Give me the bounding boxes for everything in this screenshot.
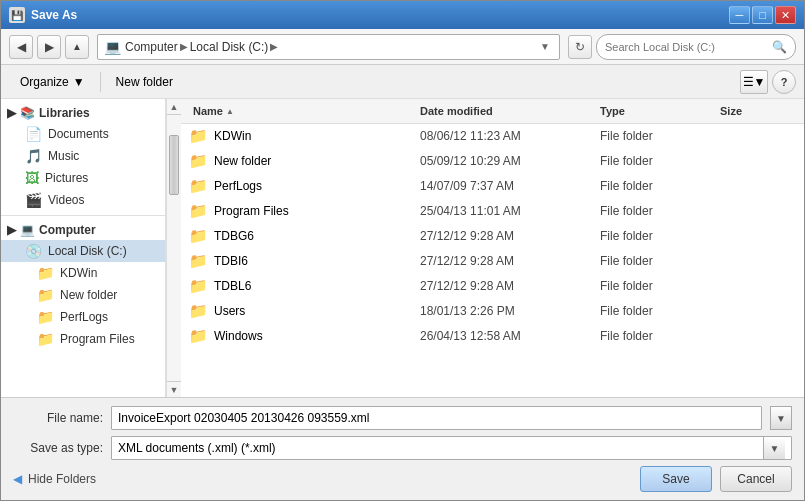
toolbar-separator (100, 72, 101, 92)
scrollbar-thumb[interactable] (169, 135, 179, 195)
computer-icon: 💻 (20, 223, 35, 237)
hide-folders-toggle[interactable]: ◀ Hide Folders (13, 472, 96, 486)
up-button[interactable]: ▲ (65, 35, 89, 59)
documents-icon: 📄 (25, 126, 42, 142)
file-type-cell: File folder (596, 129, 716, 143)
folder-icon: 📁 (189, 177, 208, 195)
cancel-button[interactable]: Cancel (720, 466, 792, 492)
file-type-cell: File folder (596, 254, 716, 268)
scrollbar-up-button[interactable]: ▲ (167, 99, 181, 115)
pictures-icon: 🖼 (25, 170, 39, 186)
col-name-sort-icon: ▲ (226, 107, 234, 116)
file-list-header: Name ▲ Date modified Type Size (181, 99, 804, 124)
file-name-dropdown-button[interactable]: ▼ (770, 406, 792, 430)
table-row[interactable]: 📁 KDWin 08/06/12 11:23 AM File folder (181, 124, 804, 149)
file-type-cell: File folder (596, 229, 716, 243)
new-folder-sidebar-label: New folder (60, 288, 117, 302)
new-folder-button[interactable]: New folder (105, 70, 184, 94)
table-row[interactable]: 📁 TDBG6 27/12/12 9:28 AM File folder (181, 224, 804, 249)
address-dropdown-button[interactable]: ▼ (537, 35, 553, 59)
title-icon: 💾 (9, 7, 25, 23)
sidebar-item-music[interactable]: 🎵 Music (1, 145, 165, 167)
file-type-cell: File folder (596, 304, 716, 318)
kdwin-label: KDWin (60, 266, 97, 280)
save-as-type-dropdown[interactable]: XML documents (.xml) (*.xml) ▼ (111, 436, 792, 460)
sidebar-item-new-folder[interactable]: 📁 New folder (1, 284, 165, 306)
file-date-cell: 14/07/09 7:37 AM (416, 179, 596, 193)
sidebar-item-videos[interactable]: 🎬 Videos (1, 189, 165, 211)
file-date-cell: 05/09/12 10:29 AM (416, 154, 596, 168)
save-button[interactable]: Save (640, 466, 712, 492)
file-name-text: New folder (214, 154, 271, 168)
table-row[interactable]: 📁 Users 18/01/13 2:26 PM File folder (181, 299, 804, 324)
file-list-body: 📁 KDWin 08/06/12 11:23 AM File folder 📁 … (181, 124, 804, 397)
col-name-label: Name (193, 105, 223, 117)
file-name-text: TDBG6 (214, 229, 254, 243)
toolbar-right: ☰▼ ? (740, 70, 796, 94)
folder-icon: 📁 (189, 277, 208, 295)
hide-folders-label: Hide Folders (28, 472, 96, 486)
col-date[interactable]: Date modified (416, 103, 596, 119)
minimize-button[interactable]: ─ (729, 6, 750, 24)
libraries-icon: 📚 (20, 106, 35, 120)
col-type[interactable]: Type (596, 103, 716, 119)
file-date-cell: 27/12/12 9:28 AM (416, 254, 596, 268)
bottom-panel: File name: ▼ Save as type: XML documents… (1, 397, 804, 500)
scrollbar-down-button[interactable]: ▼ (167, 381, 181, 397)
sidebar-item-kdwin[interactable]: 📁 KDWin (1, 262, 165, 284)
title-bar: 💾 Save As ─ □ ✕ (1, 1, 804, 29)
expand-computer-icon: ▶ (7, 223, 16, 237)
sidebar-group-libraries: ▶ 📚 Libraries 📄 Documents 🎵 Music 🖼 Pict… (1, 103, 165, 211)
table-row[interactable]: 📁 TDBL6 27/12/12 9:28 AM File folder (181, 274, 804, 299)
sidebar-header-libraries[interactable]: ▶ 📚 Libraries (1, 103, 165, 123)
sidebar-item-perflogs[interactable]: 📁 PerfLogs (1, 306, 165, 328)
forward-button[interactable]: ▶ (37, 35, 61, 59)
sidebar-item-documents[interactable]: 📄 Documents (1, 123, 165, 145)
address-computer-icon: 💻 (104, 39, 121, 55)
col-name[interactable]: Name ▲ (189, 103, 416, 119)
actions-row: ◀ Hide Folders Save Cancel (13, 466, 792, 492)
organize-arrow: ▼ (73, 75, 85, 89)
search-input[interactable] (605, 41, 768, 53)
organize-button[interactable]: Organize ▼ (9, 70, 96, 94)
file-type-cell: File folder (596, 154, 716, 168)
back-button[interactable]: ◀ (9, 35, 33, 59)
music-label: Music (48, 149, 79, 163)
address-bar[interactable]: 💻 Computer ▶ Local Disk (C:) ▶ ▼ (97, 34, 560, 60)
toolbar: Organize ▼ New folder ☰▼ ? (1, 65, 804, 99)
file-date-cell: 25/04/13 11:01 AM (416, 204, 596, 218)
sidebar-item-local-disk[interactable]: 💿 Local Disk (C:) (1, 240, 165, 262)
window-controls: ─ □ ✕ (729, 6, 796, 24)
search-box[interactable]: 🔍 (596, 34, 796, 60)
table-row[interactable]: 📁 TDBI6 27/12/12 9:28 AM File folder (181, 249, 804, 274)
file-date-cell: 08/06/12 11:23 AM (416, 129, 596, 143)
refresh-button[interactable]: ↻ (568, 35, 592, 59)
table-row[interactable]: 📁 New folder 05/09/12 10:29 AM File fold… (181, 149, 804, 174)
sidebar-item-program-files[interactable]: 📁 Program Files (1, 328, 165, 350)
scrollbar-track (167, 115, 181, 381)
pictures-label: Pictures (45, 171, 88, 185)
file-name-text: PerfLogs (214, 179, 262, 193)
table-row[interactable]: 📁 Windows 26/04/13 12:58 AM File folder (181, 324, 804, 349)
table-row[interactable]: 📁 Program Files 25/04/13 11:01 AM File f… (181, 199, 804, 224)
file-name-input[interactable] (111, 406, 762, 430)
sidebar-scrollbar[interactable]: ▲ ▼ (166, 99, 181, 397)
help-button[interactable]: ? (772, 70, 796, 94)
file-name-text: TDBL6 (214, 279, 251, 293)
file-name-text: KDWin (214, 129, 251, 143)
col-type-label: Type (600, 105, 625, 117)
save-as-type-value: XML documents (.xml) (*.xml) (118, 441, 276, 455)
col-size[interactable]: Size (716, 103, 796, 119)
close-button[interactable]: ✕ (775, 6, 796, 24)
table-row[interactable]: 📁 PerfLogs 14/07/09 7:37 AM File folder (181, 174, 804, 199)
maximize-button[interactable]: □ (752, 6, 773, 24)
view-button[interactable]: ☰▼ (740, 70, 768, 94)
sidebar-header-computer[interactable]: ▶ 💻 Computer (1, 220, 165, 240)
sidebar-item-pictures[interactable]: 🖼 Pictures (1, 167, 165, 189)
nav-bar: ◀ ▶ ▲ 💻 Computer ▶ Local Disk (C:) ▶ ▼ ↻… (1, 29, 804, 65)
folder-icon: 📁 (189, 327, 208, 345)
folder-icon: 📁 (189, 152, 208, 170)
computer-label: Computer (39, 223, 96, 237)
file-type-cell: File folder (596, 179, 716, 193)
file-name-cell: 📁 Windows (189, 327, 416, 345)
